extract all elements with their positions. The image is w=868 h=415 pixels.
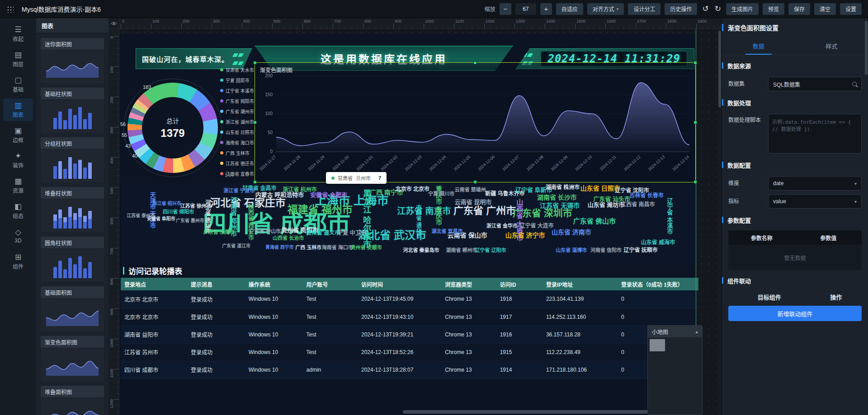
chart-list-item[interactable]: 堆叠柱状图: [41, 187, 104, 232]
sidebar-item-decoration[interactable]: ✦装饰: [3, 149, 33, 172]
clear-button[interactable]: 清空: [814, 3, 836, 15]
save-button[interactable]: 保存: [788, 3, 810, 15]
chart-list-item[interactable]: 基础柱状图: [41, 88, 104, 133]
tooltip-city: 兰州市: [356, 174, 371, 182]
ruler-label: 1800: [667, 19, 676, 23]
sidebar-item-basic[interactable]: ▢基础: [3, 73, 33, 96]
align-dropdown[interactable]: 对齐方式 ▾: [587, 3, 624, 15]
settings-button[interactable]: 设置: [840, 3, 862, 15]
vertical-scrollbar[interactable]: [718, 31, 721, 107]
redo-icon[interactable]: ↻: [714, 4, 722, 14]
app-grid-icon[interactable]: [6, 5, 14, 13]
minimap-title: 小地图: [652, 328, 668, 336]
tab-style[interactable]: 样式: [795, 37, 868, 55]
chevron-up-icon[interactable]: ▴: [695, 329, 698, 335]
canvas-area[interactable]: 国破山河在，城春草木深。 这是用数据库在线应用 2024-12-14 11:31…: [108, 18, 722, 415]
ruler-label: 600: [109, 218, 114, 224]
sidebar-item-charts[interactable]: ▥图表: [3, 98, 33, 121]
ruler-label: 200: [109, 97, 114, 103]
dataset-input[interactable]: SQL数据集: [768, 77, 862, 91]
svg-text:2024-11-30: 2024-11-30: [331, 154, 349, 172]
legend-item[interactable]: 宁夏 固原市: [220, 77, 254, 84]
svg-text:2024-12-05: 2024-12-05: [453, 154, 472, 172]
minimap-panel[interactable]: 小地图 ▴: [647, 325, 703, 415]
legend-item[interactable]: 浙江省 湖州市: [220, 118, 254, 125]
wordcloud-word: 山东省 威海市: [641, 240, 675, 245]
ruler-label: 900: [395, 19, 401, 23]
sidebar-item-collapse[interactable]: ☰收起: [3, 23, 33, 45]
legend-pagination[interactable]: 1/14: [225, 173, 233, 178]
dataset-value: SQL数据集: [773, 80, 849, 88]
zoom-value[interactable]: 67: [515, 3, 536, 15]
table-row[interactable]: 北京市 北京市登录成功Windows 10Test2024-12-13T19:4…: [121, 308, 698, 326]
svg-text:200: 200: [265, 73, 273, 78]
legend-item[interactable]: 广西 玉林市: [220, 149, 254, 156]
design-division-button[interactable]: 设计分工: [628, 3, 660, 15]
table-row[interactable]: 湖南省 益阳市登录成功Windows 10Test2024-12-13T19:3…: [121, 326, 698, 343]
panel-scrollbar[interactable]: [865, 21, 868, 75]
legend-label: 辽宁省 本溪市: [226, 87, 254, 94]
chart-list-item[interactable]: 圆角柱状图: [41, 237, 104, 282]
chart-list-item[interactable]: 渐变色面积图: [41, 336, 104, 381]
sidebar-item-config[interactable]: ◧组态: [3, 200, 33, 222]
script-row: 数据处理脚本: [728, 114, 862, 154]
sidebar-item-border[interactable]: ▣边框: [3, 124, 33, 146]
table-cell: Windows 10: [245, 326, 303, 343]
sidebar-item-label: 装饰: [13, 161, 24, 169]
legend-item[interactable]: 广东省 潮州市: [220, 108, 254, 115]
table-cell: admin: [303, 361, 358, 378]
table-cell: Windows 10: [245, 361, 303, 378]
chart-list-item[interactable]: 基础面积图: [41, 286, 104, 331]
table-row[interactable]: 江苏省 苏州市登录成功Windows 10Test2024-12-13T18:5…: [121, 343, 698, 361]
sidebar-item-layers[interactable]: ▤图层: [3, 48, 33, 70]
table-cell: 114.252.113.160: [542, 308, 618, 326]
zoom-out-button[interactable]: −: [500, 3, 511, 15]
svg-text:2024-12-11: 2024-12-11: [599, 154, 617, 172]
legend-item[interactable]: 甘肃省 天水市: [220, 66, 254, 73]
ruler-label: 1700: [637, 19, 646, 23]
ruler-label: 700: [109, 248, 114, 255]
access-record-table[interactable]: 登录地点提示消息操作系统用户账号访问时间浏览器类型访问ID登录IP地址登录状态（…: [121, 278, 698, 379]
legend-item[interactable]: 广东省 揭阳市: [220, 98, 254, 104]
donut-chart[interactable]: 总计 1379 18356554340: [127, 83, 218, 173]
thumb-bar: [53, 267, 57, 278]
sidebar-item-resource[interactable]: ▦资源: [3, 174, 33, 197]
tab-data[interactable]: 数据: [722, 37, 795, 55]
thumb-bar: [68, 109, 72, 129]
thumb-bar: [53, 118, 57, 129]
legend-item[interactable]: 辽宁省 本溪市: [220, 87, 254, 94]
dimension-select[interactable]: date ▾: [768, 176, 862, 191]
wordcloud-word: 浙江省 金华市: [486, 223, 518, 228]
preview-button[interactable]: 预览: [763, 3, 784, 15]
chart-list-item[interactable]: 分组柱状图: [41, 137, 104, 182]
undo-icon[interactable]: ↺: [701, 4, 709, 14]
search-icon[interactable]: [852, 82, 857, 86]
legend-item[interactable]: 山东省 日照市: [220, 129, 254, 135]
generate-image-button[interactable]: 生成图片: [726, 3, 759, 15]
ruler-corner[interactable]: [108, 18, 119, 29]
chart-list-item[interactable]: 堆叠面积图: [41, 386, 104, 415]
table-row[interactable]: 北京市 北京市登录成功Windows 10Test2024-12-13T19:4…: [121, 290, 698, 308]
table-header-cell: 操作系统: [245, 278, 303, 290]
wordcloud-chart[interactable]: 四川省 成都市上海市 上海市河北省 石家庄市福建省 福州市湖北省 武汉市广东省 …: [121, 183, 698, 265]
history-button[interactable]: 历史操作: [665, 3, 697, 15]
table-row[interactable]: 四川省 成都市登录成功Windows 10admin2024-12-13T18:…: [121, 361, 698, 378]
chart-list-item[interactable]: 迷你面积图: [41, 38, 104, 83]
data-script-input[interactable]: [768, 114, 862, 154]
sidebar-item-3d[interactable]: ◇3D: [3, 225, 33, 247]
thumb-bar: [78, 256, 82, 278]
horizontal-scrollbar[interactable]: [403, 410, 648, 414]
table-header-row: 登录地点提示消息操作系统用户账号访问时间浏览器类型访问ID登录IP地址登录状态（…: [121, 278, 698, 290]
thumb-bar: [58, 161, 62, 179]
target-component-header: 目标组件: [728, 293, 811, 301]
metric-select[interactable]: value ▾: [768, 194, 862, 209]
add-linkage-button[interactable]: 新增联动组件: [728, 306, 862, 321]
legend-item[interactable]: 海南省 海口市: [220, 139, 254, 146]
sidebar-item-widget[interactable]: ⊞组件: [3, 250, 33, 273]
fit-button[interactable]: 自适应: [556, 3, 583, 15]
zoom-in-button[interactable]: +: [540, 3, 552, 15]
dashboard-artboard[interactable]: 国破山河在，城春草木深。 这是用数据库在线应用 2024-12-14 11:31…: [113, 34, 695, 415]
gradient-area-chart[interactable]: 渐变色面积图 0501001502002024-11-272024-11-282…: [255, 62, 696, 182]
legend-item[interactable]: 江苏省 宿迁市: [220, 160, 254, 167]
minimap-viewport[interactable]: [650, 339, 665, 351]
